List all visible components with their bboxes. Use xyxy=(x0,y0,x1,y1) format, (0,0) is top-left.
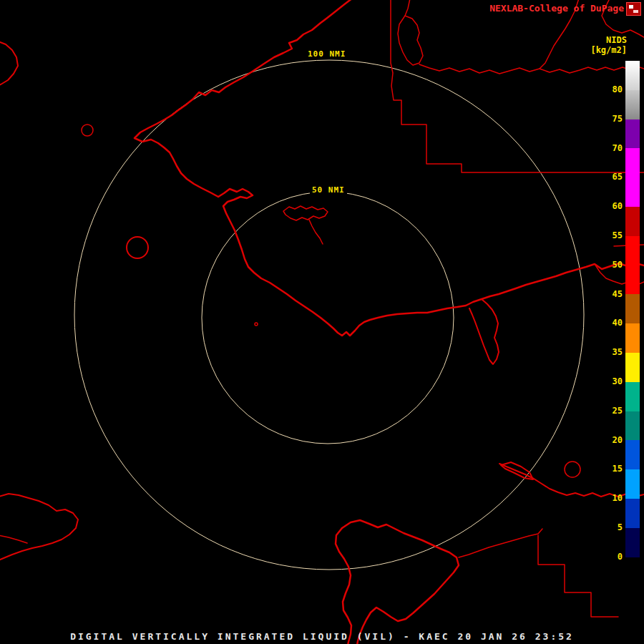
range-ring-label-100nmi: 100 NMI xyxy=(306,49,348,59)
colorbar-tick-5: 5 xyxy=(601,522,623,532)
range-ring-50nmi xyxy=(202,192,454,444)
colorbar-tick-40: 40 xyxy=(601,318,623,328)
colorbar-segment-45-55 xyxy=(625,236,640,295)
colorbar-tick-75: 75 xyxy=(601,114,623,124)
colorbar-segment-15-20 xyxy=(625,440,640,469)
colorbar-ticks: 80757065605550454035302520151050 xyxy=(601,0,623,644)
range-ring-100nmi xyxy=(74,60,584,570)
colorbar-tick-15: 15 xyxy=(601,464,623,474)
colorbar-segment-35-40 xyxy=(625,323,640,353)
river-stub-northeast xyxy=(405,0,410,16)
boundary-southeast xyxy=(459,529,542,557)
cod-logo-icon xyxy=(626,2,641,16)
island-interior-southwest xyxy=(0,535,27,543)
colorbar-tick-65: 65 xyxy=(601,172,623,182)
colorbar-segment-60-70 xyxy=(625,148,640,207)
colorbar-segment-0-5 xyxy=(625,528,640,557)
colorbar-tick-35: 35 xyxy=(601,347,623,357)
colorbar-segment-80-85 xyxy=(625,61,640,90)
colorbar-segment-25-30 xyxy=(625,382,640,411)
colorbar-segment-10-15 xyxy=(625,469,640,499)
inner-island-outline xyxy=(283,206,328,220)
island-outline-northwest xyxy=(0,42,18,85)
island-outline-south-a xyxy=(342,520,459,644)
colorbar-segment-20-25 xyxy=(625,411,640,441)
radar-display: 100 NMI 50 NMI NEXLAB-College of DuPage … xyxy=(0,0,644,644)
colorbar-tick-60: 60 xyxy=(601,201,623,211)
colorbar-segment--1.5-0 xyxy=(625,557,640,566)
small-island-3 xyxy=(565,462,580,477)
colorbar-segment-75-80 xyxy=(625,90,640,119)
colorbar-tick-0: 0 xyxy=(601,552,623,562)
colorbar-tick-30: 30 xyxy=(601,376,623,386)
peninsula-outline xyxy=(469,299,499,364)
colorbar-segment-30-35 xyxy=(625,353,640,382)
colorbar-tick-70: 70 xyxy=(601,143,623,153)
product-title: DIGITAL VERTICALLY INTEGRATED LIQUID (VI… xyxy=(0,631,644,642)
radar-map xyxy=(0,0,644,644)
island-outline-south-b xyxy=(336,528,351,644)
colorbar-tick-10: 10 xyxy=(601,493,623,503)
colorbar-segment-70-75 xyxy=(625,119,640,149)
island-outline-southwest xyxy=(0,494,78,560)
small-island-1 xyxy=(82,125,93,136)
inner-island-tail xyxy=(309,220,323,244)
colorbar-segments xyxy=(625,61,640,566)
colorbar-tick-50: 50 xyxy=(601,260,623,270)
colorbar-segment-55-60 xyxy=(625,207,640,236)
colorbar-segment-5-10 xyxy=(625,499,640,528)
colorbar-tick-20: 20 xyxy=(601,435,623,445)
range-ring-label-50nmi: 50 NMI xyxy=(310,185,347,195)
colorbar-tick-80: 80 xyxy=(601,84,623,94)
small-island-2 xyxy=(127,237,148,258)
coastline-main xyxy=(135,0,644,336)
colorbar-tick-45: 45 xyxy=(601,289,623,299)
colorbar-tick-25: 25 xyxy=(601,406,623,416)
lake-outline-northeast xyxy=(398,16,423,65)
colorbar-tick-55: 55 xyxy=(601,230,623,240)
colorbar-segment-40-45 xyxy=(625,294,640,323)
small-dot xyxy=(255,323,258,326)
